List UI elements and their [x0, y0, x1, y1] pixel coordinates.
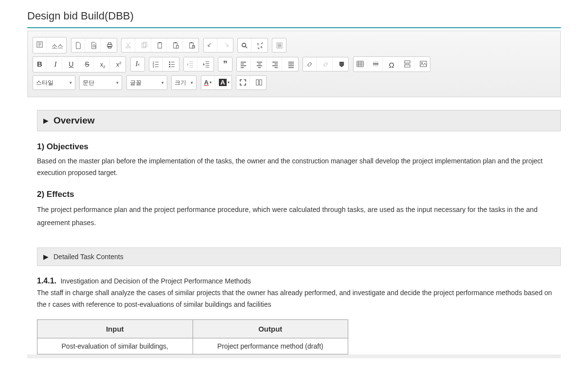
- align-left-button[interactable]: [237, 57, 250, 71]
- preview-button[interactable]: [87, 38, 101, 52]
- bg-color-button[interactable]: A▾: [217, 76, 231, 89]
- outdent-button[interactable]: [184, 57, 197, 71]
- page-title: Design bid Build(DBB): [27, 10, 561, 22]
- font-select[interactable]: 글꼴▾: [126, 75, 167, 90]
- paragraph-select[interactable]: 문단▾: [79, 75, 122, 90]
- td-output: Project performance method (draft): [193, 338, 348, 354]
- effects-body: The project performance plan and the pro…: [37, 203, 561, 229]
- svg-point-23: [169, 61, 171, 63]
- svg-point-24: [169, 64, 171, 65]
- objectives-body: Based on the master plan before the impl…: [37, 156, 561, 179]
- section-body: The staff in charge shall analyze the ca…: [37, 287, 561, 311]
- remove-format-button[interactable]: Ix: [131, 57, 144, 71]
- svg-rect-31: [256, 80, 259, 85]
- bottom-bar: [27, 354, 561, 358]
- detailed-title: Detailed Task Contents: [53, 253, 124, 261]
- text-color-button[interactable]: A▾: [201, 76, 215, 89]
- image-button[interactable]: [416, 57, 430, 70]
- new-doc-button[interactable]: [71, 38, 85, 52]
- replace-button[interactable]: ba: [254, 38, 267, 52]
- triangle-icon: ▶: [43, 117, 49, 124]
- table-button[interactable]: [354, 57, 367, 70]
- io-table: Input Output Post-evaluation of similar …: [37, 319, 348, 354]
- undo-button[interactable]: [204, 38, 217, 52]
- table-header-row: Input Output: [37, 319, 348, 338]
- svg-rect-14: [190, 42, 192, 43]
- svg-point-5: [126, 46, 128, 48]
- svg-point-6: [129, 46, 131, 48]
- show-blocks-button[interactable]: [252, 76, 266, 89]
- svg-rect-26: [357, 61, 363, 67]
- link-button[interactable]: [303, 57, 317, 71]
- unordered-list-button[interactable]: [165, 57, 179, 71]
- table-row: Post-evaluation of similar buildings, Pr…: [37, 338, 348, 354]
- effects-heading: 2) Effects: [37, 190, 561, 199]
- svg-rect-28: [405, 65, 410, 67]
- section-number-title: Investigation and Decision of the Projec…: [60, 277, 250, 285]
- svg-point-16: [242, 43, 246, 47]
- svg-point-25: [169, 66, 171, 68]
- svg-rect-3: [108, 42, 111, 44]
- maximize-button[interactable]: [236, 76, 250, 89]
- selectall-button[interactable]: [272, 38, 286, 52]
- blockquote-button[interactable]: ”: [218, 57, 232, 71]
- svg-rect-12: [174, 42, 176, 43]
- overview-section-header: ▶ Overview: [37, 110, 561, 131]
- svg-rect-32: [260, 80, 262, 85]
- svg-rect-10: [159, 42, 161, 43]
- redo-button[interactable]: [219, 38, 233, 52]
- svg-text:a: a: [261, 45, 263, 49]
- find-button[interactable]: [238, 38, 251, 52]
- specialchar-button[interactable]: Ω: [385, 58, 399, 71]
- align-center-button[interactable]: [253, 57, 267, 71]
- title-divider: [27, 27, 561, 28]
- svg-text:W: W: [193, 46, 195, 48]
- underline-button[interactable]: U: [65, 57, 78, 71]
- paste-word-button[interactable]: W: [185, 38, 198, 52]
- editor-toolbar: 소스 W: [27, 31, 561, 97]
- copy-button[interactable]: [138, 38, 151, 52]
- hr-button[interactable]: [369, 57, 383, 70]
- align-justify-button[interactable]: [285, 57, 298, 71]
- unlink-button[interactable]: [319, 57, 333, 71]
- italic-button[interactable]: I: [49, 57, 62, 71]
- th-input: Input: [37, 319, 193, 338]
- paste-text-button[interactable]: [169, 38, 183, 52]
- subscript-button[interactable]: x2: [96, 58, 110, 72]
- th-output: Output: [193, 319, 348, 338]
- pagebreak-button[interactable]: [401, 57, 414, 70]
- style-select[interactable]: 스타일▾: [33, 75, 75, 90]
- indent-button[interactable]: [200, 57, 214, 71]
- cut-button[interactable]: [122, 38, 135, 52]
- editor-content[interactable]: ▶ Overview 1) Objectives Based on the ma…: [27, 97, 561, 354]
- svg-text:b: b: [257, 42, 259, 45]
- paste-button[interactable]: [153, 38, 167, 52]
- superscript-button[interactable]: x2: [112, 57, 125, 71]
- align-right-button[interactable]: [268, 57, 282, 71]
- source-button[interactable]: [33, 37, 47, 51]
- section-number: 1.4.1.: [37, 277, 56, 285]
- triangle-icon: ▶: [43, 253, 49, 261]
- source-label[interactable]: 소스: [49, 39, 66, 53]
- anchor-button[interactable]: [335, 57, 348, 71]
- svg-rect-9: [158, 42, 162, 48]
- svg-point-1: [93, 45, 95, 47]
- size-select[interactable]: 크기▾: [171, 75, 196, 90]
- print-button[interactable]: [103, 38, 117, 52]
- td-input: Post-evaluation of similar buildings,: [37, 338, 193, 354]
- overview-title: Overview: [53, 115, 95, 126]
- detailed-section-header: ▶ Detailed Task Contents: [37, 247, 561, 266]
- strike-button[interactable]: S: [80, 57, 94, 71]
- svg-text:3: 3: [153, 66, 154, 68]
- svg-rect-27: [405, 61, 410, 63]
- svg-point-30: [421, 62, 423, 64]
- ordered-list-button[interactable]: 123: [149, 57, 163, 71]
- objectives-heading: 1) Objectives: [37, 142, 561, 152]
- bold-button[interactable]: B: [33, 57, 47, 70]
